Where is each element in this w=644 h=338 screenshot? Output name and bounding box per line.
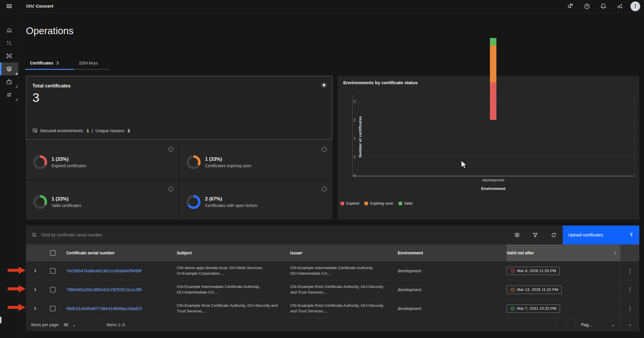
brand: IBMConcert xyxy=(26,4,53,9)
page-select[interactable]: Pag... ⌄ xyxy=(575,318,620,331)
avatar[interactable]: I xyxy=(630,1,640,11)
column-header-valid-not-after[interactable]: Valid not after ↑ xyxy=(507,244,620,261)
row-checkbox[interactable] xyxy=(50,306,55,311)
legend-item-valid[interactable]: Valid xyxy=(399,201,412,206)
top-header-bar: IBMConcert AI xyxy=(0,0,644,13)
table-row: 7ec58547ed8e4dc361cc45a94ef8499f CN=demo… xyxy=(26,261,639,280)
tile-tickets-label: Certificates with open tickets xyxy=(205,203,257,208)
legend-swatch-expiring xyxy=(364,202,368,205)
total-card-footer: Secured environments:1 | Unique issuers:… xyxy=(32,128,130,133)
tile-expiring-value: 1 (33%) xyxy=(205,156,251,162)
user-access-key-icon[interactable] xyxy=(612,0,628,12)
total-certificates-value: 3 xyxy=(32,90,39,105)
sidebar-item-toolbox[interactable] xyxy=(0,75,18,88)
sidebar-item-settings[interactable] xyxy=(0,88,18,101)
certificate-serial-link[interactable]: 69dc31e636a87738e41d946ac2dad23 xyxy=(66,306,177,311)
filter-button[interactable] xyxy=(526,226,544,244)
expired-donut-chart xyxy=(33,155,47,169)
flyout-indicator xyxy=(15,72,17,74)
previous-page-button[interactable]: ‹ xyxy=(557,318,575,331)
tab-certificates-count: 3 xyxy=(56,61,59,65)
sidebar-item-home[interactable] xyxy=(0,24,18,37)
toolbox-icon xyxy=(6,79,12,85)
sidebar-item-operations[interactable] xyxy=(0,62,18,75)
next-page-button[interactable]: › xyxy=(621,318,639,331)
help-icon[interactable] xyxy=(579,0,595,12)
tile-tickets-radio[interactable] xyxy=(322,187,327,191)
row-checkbox[interactable] xyxy=(50,268,55,274)
flyout-indicator xyxy=(15,85,17,87)
brand-product: Concert xyxy=(36,4,53,9)
network-nodes-icon xyxy=(6,53,12,59)
tab-ssh-keys[interactable]: SSH keys xyxy=(74,57,109,70)
chevron-down-icon: ⌄ xyxy=(72,322,76,327)
legend-item-expired[interactable]: Expired xyxy=(341,201,359,206)
chevron-down-icon: ⌄ xyxy=(611,322,615,327)
column-header-serial[interactable]: Certificate serial number xyxy=(66,251,177,255)
tile-tickets-value: 2 (67%) xyxy=(205,196,257,202)
certificate-serial-link[interactable]: 7f9649f1e59c385542e782f2913c1c3f9 xyxy=(66,287,177,292)
column-header-issuer[interactable]: Issuer xyxy=(290,251,398,255)
select-all-checkbox[interactable] xyxy=(50,250,55,256)
sidebar-item-assistant[interactable] xyxy=(0,37,18,49)
tile-valid-certificates[interactable]: 1 (33%) Valid certificates xyxy=(26,180,179,220)
annotation-arrow xyxy=(8,285,26,293)
row-overflow-menu[interactable]: ⋮ xyxy=(620,299,639,318)
row-overflow-menu[interactable]: ⋮ xyxy=(620,261,639,280)
tile-expired-certificates[interactable]: 1 (33%) Expired certificates xyxy=(26,140,179,180)
bar-segment-expired xyxy=(490,82,496,120)
column-header-environment[interactable]: Environment xyxy=(398,251,507,255)
tab-certificates[interactable]: Certificates 3 xyxy=(25,57,74,70)
menu-icon[interactable] xyxy=(0,0,18,12)
table-row: 69dc31e636a87738e41d946ac2dad23 CN=Examp… xyxy=(26,299,639,318)
environment-cell: development xyxy=(398,306,507,311)
items-range-text: Items 1–3 xyxy=(102,318,556,331)
row-overflow-menu[interactable]: ⋮ xyxy=(620,280,639,299)
expand-row-chevron[interactable] xyxy=(26,306,44,311)
tab-ssh-keys-label: SSH keys xyxy=(79,61,98,65)
chart-legend: Expired Expiring soon Valid xyxy=(341,201,412,206)
total-certificates-card[interactable]: Total certificates 3 Secured environment… xyxy=(26,76,332,140)
expand-row-chevron[interactable] xyxy=(26,269,44,273)
column-settings-button[interactable] xyxy=(508,226,526,244)
refresh-button[interactable] xyxy=(544,226,563,244)
expiring-donut-chart xyxy=(186,155,201,169)
environment-cell: development xyxy=(398,269,507,273)
upload-certificates-button[interactable]: Upload certificates xyxy=(563,226,639,244)
flyout-indicator xyxy=(15,98,17,100)
upload-certificates-label: Upload certificates xyxy=(568,233,603,237)
subject-cell: CN=Example Root Certificate Authority, O… xyxy=(177,303,290,314)
refresh-icon xyxy=(551,232,557,238)
legend-label-expiring: Expiring soon xyxy=(370,201,393,206)
settings-adjust-icon xyxy=(6,92,12,98)
sidebar-item-topology[interactable] xyxy=(0,49,18,62)
home-icon xyxy=(6,27,12,33)
column-header-subject[interactable]: Subject xyxy=(177,251,290,255)
tile-expiring-soon[interactable]: 1 (33%) Certificates expiring soon xyxy=(179,140,332,180)
ai-translate-icon[interactable]: AI xyxy=(562,0,579,12)
valid-check-icon xyxy=(510,306,515,311)
pagination-bar: Items per page: 50 ⌄ Items 1–3 ‹ Pag... … xyxy=(26,318,639,331)
edge-marker xyxy=(0,317,1,323)
tile-expiring-radio[interactable] xyxy=(322,147,327,152)
notifications-bell-icon[interactable] xyxy=(595,0,612,12)
bar-segment-valid xyxy=(490,38,496,45)
tile-valid-radio[interactable] xyxy=(169,187,173,191)
tile-expired-radio[interactable] xyxy=(169,147,173,152)
legend-label-valid: Valid xyxy=(404,201,412,206)
tab-certificates-label: Certificates xyxy=(30,61,53,65)
items-per-page-select[interactable]: 50 ⌄ xyxy=(64,322,76,327)
sort-ascending-icon[interactable]: ↑ xyxy=(614,250,616,256)
table-header-row: Certificate serial number Subject Issuer… xyxy=(26,244,639,261)
total-card-radio-selected[interactable] xyxy=(322,83,326,87)
svg-text:AI: AI xyxy=(569,3,573,6)
expand-row-chevron[interactable] xyxy=(26,288,44,292)
legend-item-expiring-soon[interactable]: Expiring soon xyxy=(364,201,393,206)
search-input[interactable] xyxy=(41,232,508,238)
brand-prefix: IBM xyxy=(26,4,34,9)
tile-open-tickets[interactable]: 2 (67%) Certificates with open tickets xyxy=(179,180,332,220)
magic-wand-icon xyxy=(6,40,12,46)
certificate-serial-link[interactable]: 7ec58547ed8e4dc361cc45a94ef8499f xyxy=(66,268,177,273)
row-checkbox[interactable] xyxy=(50,287,55,292)
tickets-donut-chart xyxy=(186,195,201,209)
